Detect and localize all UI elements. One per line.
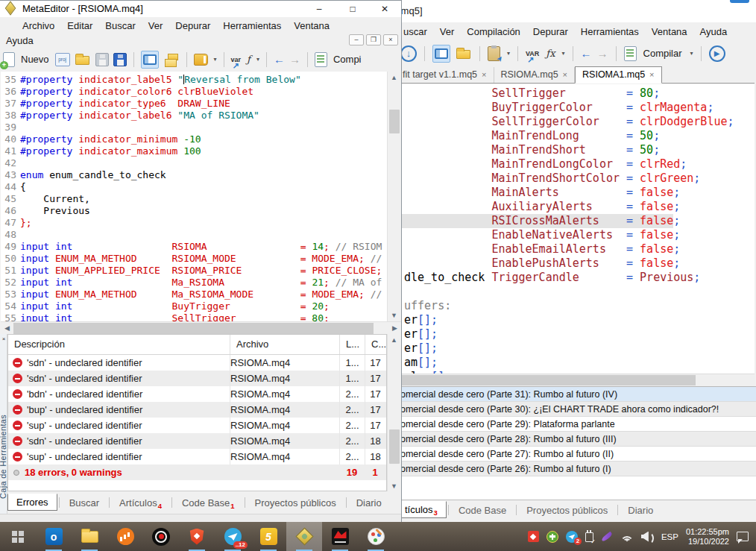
file-tab-rsioma-mq5[interactable]: RSIOMA.mq5× bbox=[494, 67, 576, 83]
code-line[interactable]: 48 bbox=[2, 229, 387, 241]
mdi-minimize-button[interactable]: – bbox=[349, 34, 364, 45]
wifi-icon[interactable] bbox=[620, 532, 634, 542]
tab-t-culos[interactable]: tículos3 bbox=[396, 501, 447, 518]
tab-diario[interactable]: Diario bbox=[348, 495, 390, 511]
code-line[interactable]: 55input int SellTrigger = 80; bbox=[2, 312, 387, 321]
navigate-back-icon[interactable]: ← bbox=[581, 47, 592, 60]
taskbar-explorer-button[interactable] bbox=[72, 522, 107, 551]
code-line[interactable]: 51input ENUM_APPLIED_PRICE RSIOMA_PRICE … bbox=[2, 265, 387, 277]
code-line[interactable]: MainAlerts = false; bbox=[404, 186, 755, 200]
scroll-up-icon[interactable]: ▲ bbox=[388, 72, 400, 84]
code-line[interactable]: 35#property indicator_label5 "Reversal f… bbox=[2, 74, 387, 86]
compile-button[interactable]: Compi bbox=[333, 54, 362, 65]
code-line[interactable]: SellTrigger = 80; bbox=[404, 86, 755, 101]
column-header-column[interactable]: C... bbox=[365, 335, 385, 354]
scroll-down-icon[interactable]: ▼ bbox=[388, 480, 400, 492]
error-row[interactable]: 'sup' - undeclared identifierRSIOMA.mq42… bbox=[8, 449, 386, 465]
errors-vertical-scrollbar[interactable]: ▲ ▼ bbox=[387, 334, 400, 492]
tab-art-culos[interactable]: Artículos4 bbox=[111, 495, 170, 511]
taskbar-metatrader4-button[interactable] bbox=[322, 522, 358, 551]
article-row[interactable]: omercial desde cero (Parte 28): Rumbo al… bbox=[396, 432, 756, 447]
save-icon[interactable] bbox=[95, 53, 109, 66]
tab-code-base[interactable]: Code Base1 bbox=[174, 495, 243, 511]
menu-item-herramientas[interactable]: Herramientas bbox=[581, 26, 639, 37]
code-line[interactable]: 37#property indicator_type6 DRAW_LINE bbox=[2, 98, 387, 110]
tab-close-icon[interactable]: × bbox=[649, 70, 654, 79]
code-line[interactable]: er[]; bbox=[404, 327, 755, 341]
code-line[interactable]: BuyTriggerColor = clrMagenta; bbox=[404, 101, 755, 115]
file-tab-rsioma1-mq5[interactable]: RSIOMA1.mq5× bbox=[575, 66, 662, 84]
mdi-close-button[interactable]: × bbox=[383, 34, 398, 45]
navigate-forward-icon[interactable]: → bbox=[597, 47, 608, 60]
scroll-right-icon[interactable]: ▶ bbox=[388, 322, 401, 335]
menu-item-archivo[interactable]: Archivo bbox=[22, 20, 54, 31]
navigator-icon[interactable] bbox=[141, 51, 159, 69]
column-header-description[interactable]: Descripción bbox=[8, 335, 230, 354]
navigate-forward-icon[interactable]: → bbox=[289, 53, 300, 66]
minimize-button[interactable]: – bbox=[304, 1, 334, 17]
background-titlebar[interactable]: .mq5] bbox=[394, 0, 756, 22]
dropdown-icon[interactable]: ▾ bbox=[256, 56, 259, 63]
menu-item-ventana[interactable]: Ventana bbox=[294, 20, 330, 31]
watch-variable-icon[interactable]: VAR bbox=[526, 50, 541, 57]
code-line[interactable]: SellTriggerColor = clrDodgerBlue; bbox=[404, 115, 755, 129]
editor-vertical-scrollbar[interactable]: ▲ ▼ bbox=[387, 72, 400, 321]
code-line[interactable]: 41#property indicator_maximum 100 bbox=[2, 145, 387, 157]
watch-variable-icon[interactable]: var bbox=[231, 56, 243, 63]
background-horizontal-scrollbar[interactable] bbox=[396, 374, 755, 385]
tab-code-base[interactable]: Code Base bbox=[450, 503, 514, 518]
article-row[interactable]: omercial desde cero (Parte 29): Platafor… bbox=[396, 417, 756, 432]
column-header-file[interactable]: Archivo bbox=[230, 335, 339, 354]
reference-book-icon[interactable] bbox=[194, 54, 208, 66]
tray-telegram-icon[interactable]: 2 bbox=[566, 531, 578, 543]
scroll-up-icon[interactable]: ▲ bbox=[388, 334, 400, 346]
code-line[interactable]: 50input ENUM_MA_METHOD RSIOMA_MODE = MOD… bbox=[2, 253, 387, 265]
tab-errores[interactable]: Errores bbox=[7, 494, 57, 511]
front-titlebar[interactable]: MetaEditor - [RSIOMA.mq4] – □ ✕ bbox=[0, 1, 401, 17]
scrollbar-thumb[interactable] bbox=[396, 375, 696, 385]
usb-icon[interactable] bbox=[585, 532, 593, 542]
tab-diario[interactable]: Diario bbox=[620, 503, 661, 518]
new-project-icon[interactable]: proj bbox=[55, 53, 70, 66]
scrollbar-thumb[interactable] bbox=[13, 323, 374, 334]
errors-summary-row[interactable]: 18 errors, 0 warnings191 bbox=[8, 465, 386, 480]
code-line[interactable]: 49input int RSIOMA = 14; // RSIOM bbox=[2, 241, 387, 253]
front-code-editor[interactable]: 35#property indicator_label5 "Reversal f… bbox=[1, 72, 387, 321]
taskbar-outlook-button[interactable]: o bbox=[36, 522, 72, 551]
volume-icon[interactable] bbox=[641, 532, 654, 542]
scroll-down-icon[interactable]: ▼ bbox=[388, 309, 400, 321]
error-row[interactable]: 'sdn' - undeclared identifierRSIOMA.mq41… bbox=[8, 355, 386, 371]
code-line[interactable]: 36#property indicator_color6 clrBlueViol… bbox=[2, 86, 387, 98]
scroll-left-icon[interactable]: ◀ bbox=[1, 322, 13, 335]
menu-item-ver[interactable]: Ver bbox=[148, 20, 163, 31]
compile-icon[interactable] bbox=[315, 52, 327, 67]
menu-item-depurar[interactable]: Depurar bbox=[175, 20, 210, 31]
code-line[interactable]: 38#property indicator_label6 "MA of RSIO… bbox=[2, 110, 387, 122]
compile-button[interactable]: Compilar bbox=[643, 48, 682, 59]
run-icon[interactable]: ▶ bbox=[709, 45, 725, 62]
error-row[interactable]: 'bdn' - undeclared identifierRSIOMA.mq42… bbox=[8, 386, 386, 402]
function-icon[interactable]: ƒ bbox=[247, 54, 251, 65]
code-line[interactable]: 46 Previous bbox=[2, 205, 387, 217]
error-row[interactable]: 'sup' - undeclared identifierRSIOMA.mq42… bbox=[8, 418, 386, 433]
code-line[interactable]: am[]; bbox=[404, 356, 755, 370]
taskbar-clock[interactable]: 01:22:55pm 19/10/2022 bbox=[686, 527, 729, 547]
language-indicator[interactable]: ESP bbox=[661, 532, 678, 541]
toolbox-close-icon[interactable]: × bbox=[0, 336, 7, 342]
menu-item-ayuda[interactable]: Ayuda bbox=[700, 26, 728, 37]
menu-item-ventana[interactable]: Ventana bbox=[652, 26, 687, 37]
menu-item-ver[interactable]: Ver bbox=[440, 26, 455, 37]
menu-item-herramientas[interactable]: Herramientas bbox=[223, 20, 281, 31]
dropdown-icon[interactable]: ▾ bbox=[507, 50, 510, 57]
tab-close-icon[interactable]: × bbox=[482, 70, 486, 79]
editor-horizontal-scrollbar[interactable]: ◀ ▶ bbox=[1, 321, 401, 334]
open-folder-icon[interactable] bbox=[456, 47, 472, 60]
error-row[interactable]: 'sdn' - undeclared identifierRSIOMA.mq41… bbox=[8, 371, 386, 386]
code-line[interactable]: EnablePushAlerts = false; bbox=[404, 256, 755, 271]
code-line[interactable]: uffers: bbox=[404, 299, 755, 313]
error-row[interactable]: 'bup' - undeclared identifierRSIOMA.mq42… bbox=[8, 402, 386, 418]
code-line[interactable]: EnableEmailAlerts = false; bbox=[404, 242, 755, 256]
code-line[interactable] bbox=[404, 285, 755, 299]
snippets-icon[interactable] bbox=[488, 46, 500, 61]
dropdown-icon[interactable]: ▾ bbox=[690, 50, 693, 57]
